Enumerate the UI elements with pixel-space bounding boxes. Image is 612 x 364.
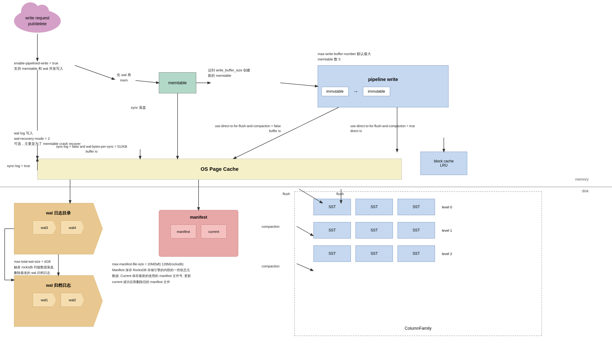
sst-2-3: SST [397, 246, 435, 262]
wal-archive-title: wal 归档日志 [46, 283, 71, 288]
svg-line-5 [280, 83, 318, 86]
immutable-box-1: immutable [321, 87, 349, 96]
sst-2-2: SST [355, 246, 393, 262]
max-total-wal-label: max-total-wal-size = 4GB触发 rocksdb 列簇数据落… [14, 259, 54, 275]
memory-disk-divider [0, 187, 612, 187]
svg-line-2 [75, 65, 114, 79]
wal2-box: wal2 [61, 293, 84, 307]
wal-archive-row: wal1 wal2 [33, 293, 84, 307]
sst-1-1: SST [313, 222, 351, 238]
memtable-label: memtable [168, 80, 187, 85]
enable-pipelined-label: enable-pipelined-write = true支持 memtable… [14, 61, 63, 71]
compaction-2-label: compaction [262, 264, 280, 269]
sst-1-2: SST [355, 222, 393, 238]
manifest-container: manifest manifest current [159, 210, 238, 257]
sst-0-1: SST [313, 199, 351, 215]
memtable-box: memtable [159, 72, 196, 93]
flush-1-label: flush [283, 191, 290, 197]
os-page-cache-box: OS Page Cache [37, 159, 402, 180]
wal4-box: wal4 [61, 221, 84, 234]
manifest-inner-row: manifest current [171, 224, 227, 238]
block-cache-box: block cache LRU [421, 152, 467, 175]
diagram: write requestput/delete enable-pipelined… [0, 0, 612, 364]
sync-log-false-label: sync-log = false and wal-bytes-per-sync … [56, 144, 127, 154]
max-write-buffer-label: max-write-buffer-number 默认最大memtable 数 5 [318, 51, 371, 62]
wal1-box: wal1 [33, 293, 56, 307]
use-direct-true-label: use-direct-io-for-flush-and-compaction =… [350, 124, 415, 133]
sst-0-2: SST [355, 199, 393, 215]
sst-row-1: SST SST SST level 1 [313, 222, 537, 238]
wal-dir-container: wal 日志目录 wal3 wal4 [14, 203, 103, 254]
sst-1-3: SST [397, 222, 435, 238]
level-1-label: level 1 [442, 228, 452, 232]
level-2-label: level 2 [442, 252, 452, 256]
wal-dir-title: wal 日志目录 [46, 210, 71, 216]
wal-inner-row: wal3 wal4 [33, 221, 84, 234]
immutable-box-2: immutable [363, 87, 390, 96]
cloud-shape: write requestput/delete [14, 9, 61, 33]
sst-row-0: SST SST SST level 0 [313, 199, 537, 215]
current-box: current [201, 224, 227, 238]
wal3-box: wal3 [33, 221, 56, 234]
manifest-box: manifest [171, 224, 196, 238]
svg-line-3 [136, 80, 159, 83]
os-page-cache-label: OS Page Cache [201, 166, 239, 172]
memory-label: memory [575, 177, 589, 182]
pipeline-box: pipeline write immutable → immutable [318, 65, 449, 107]
sync-disk-label: sync 落盘 [131, 105, 146, 110]
sst-row-2: SST SST SST level 2 [313, 246, 537, 262]
wal-archive-container: wal 归档日志 wal1 wal2 [14, 275, 103, 327]
block-cache-label: block cache LRU [434, 159, 454, 168]
write-buffer-label: 达到 write_buffer_size 创建新的 memtable [208, 68, 250, 78]
sst-container: SST SST SST level 0 SST SST SST level 1 … [294, 191, 542, 336]
use-direct-false-label: use-direct-io-for-flush-and-compaction =… [215, 124, 281, 133]
pipeline-title: pipeline write [368, 77, 398, 82]
wal-first-label: 先 wal 再mem [117, 72, 131, 83]
sst-2-1: SST [313, 246, 351, 262]
max-manifest-label: max-manifest-file-size = 20M(faft) 128M(… [112, 261, 191, 285]
level-0-label: level 0 [442, 205, 452, 209]
pipeline-inner: immutable → immutable [321, 87, 390, 96]
flush-2-label: flush [336, 191, 344, 197]
sync-log-true-label: sync-log = true [7, 163, 30, 169]
sst-0-3: SST [397, 199, 435, 215]
column-family-label: ColumnFamily [405, 326, 431, 331]
cloud-text: write requestput/delete [25, 15, 49, 27]
compaction-1-label: compaction [262, 224, 280, 229]
disk-label: disk [582, 189, 589, 193]
manifest-title: manifest [190, 215, 207, 220]
